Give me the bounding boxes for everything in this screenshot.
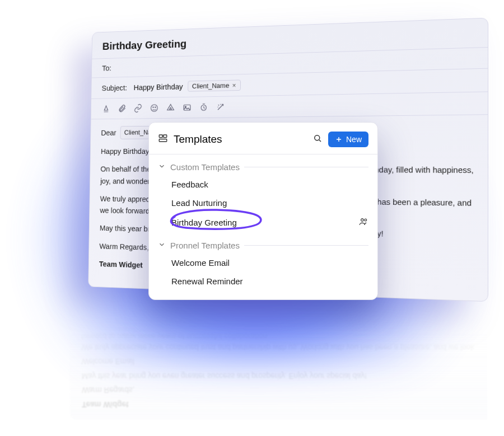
template-label: Birthday Greeting bbox=[171, 218, 237, 227]
svg-point-9 bbox=[315, 135, 320, 140]
template-label: Feedback bbox=[171, 180, 208, 189]
popover-title: Templates bbox=[174, 133, 307, 146]
search-icon[interactable] bbox=[312, 133, 323, 146]
template-item-welcome-email[interactable]: Welcome Email bbox=[158, 254, 368, 272]
template-item-renewal-reminder[interactable]: Renewal Reminder bbox=[158, 272, 368, 290]
chip-remove-icon[interactable]: × bbox=[232, 81, 236, 89]
subject-label: Subject: bbox=[102, 83, 127, 92]
section-header-custom[interactable]: Custom Templates bbox=[158, 162, 368, 172]
section-title: Custom Templates bbox=[170, 162, 240, 172]
attachment-icon[interactable] bbox=[117, 104, 127, 114]
svg-point-11 bbox=[365, 219, 367, 221]
divider bbox=[244, 245, 368, 246]
template-label: Welcome Email bbox=[171, 258, 230, 268]
template-label: Renewal Reminder bbox=[171, 276, 243, 286]
image-icon[interactable] bbox=[182, 102, 192, 113]
chevron-down-icon bbox=[158, 241, 166, 250]
pronnel-templates-section: Pronnel Templates Welcome Email Renewal … bbox=[149, 233, 377, 290]
template-label: Lead Nurturing bbox=[171, 198, 227, 208]
divider bbox=[244, 167, 368, 167]
to-label: To: bbox=[102, 64, 111, 73]
subject-text: Happy Birthday bbox=[134, 82, 183, 92]
new-button-label: New bbox=[346, 135, 362, 144]
section-header-pronnel[interactable]: Pronnel Templates bbox=[158, 241, 368, 250]
svg-point-10 bbox=[361, 219, 364, 222]
svg-rect-7 bbox=[164, 135, 167, 138]
reflection: Team Widget Warm Regards, May this year … bbox=[56, 291, 487, 420]
template-item-birthday-greeting[interactable]: Birthday Greeting bbox=[158, 212, 368, 233]
svg-point-2 bbox=[155, 107, 156, 107]
shared-icon bbox=[358, 217, 368, 228]
custom-templates-section: Custom Templates Feedback Lead Nurturing… bbox=[149, 154, 377, 233]
templates-icon bbox=[158, 133, 168, 146]
link-icon[interactable] bbox=[133, 103, 143, 113]
svg-point-1 bbox=[153, 107, 153, 107]
chip-label: Client_Name bbox=[192, 82, 229, 90]
drive-icon[interactable] bbox=[166, 102, 175, 112]
text-color-icon[interactable] bbox=[101, 104, 111, 114]
templates-popover: Templates New Custom Templates Feedback bbox=[148, 122, 378, 300]
emoji-icon[interactable] bbox=[150, 103, 159, 113]
template-item-lead-nurturing[interactable]: Lead Nurturing bbox=[158, 194, 368, 212]
svg-point-0 bbox=[151, 105, 158, 111]
svg-rect-8 bbox=[159, 139, 167, 142]
magic-icon[interactable] bbox=[216, 102, 226, 112]
salutation-text: Dear bbox=[101, 127, 116, 139]
section-title: Pronnel Templates bbox=[170, 241, 240, 250]
schedule-icon[interactable] bbox=[199, 102, 209, 112]
new-template-button[interactable]: New bbox=[328, 132, 368, 147]
chevron-down-icon bbox=[158, 162, 166, 172]
svg-rect-6 bbox=[159, 135, 162, 138]
template-item-feedback[interactable]: Feedback bbox=[158, 175, 368, 194]
subject-variable-chip[interactable]: Client_Name × bbox=[188, 79, 241, 91]
